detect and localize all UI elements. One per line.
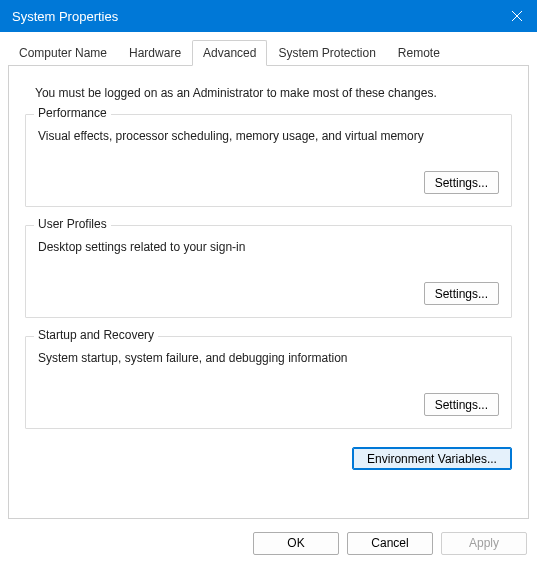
dialog-client: Computer Name Hardware Advanced System P… xyxy=(0,32,537,519)
titlebar: System Properties xyxy=(0,0,537,32)
env-row: Environment Variables... xyxy=(23,447,512,470)
group-user-profiles-desc: Desktop settings related to your sign-in xyxy=(38,240,499,254)
group-performance-buttons: Settings... xyxy=(38,171,499,194)
group-performance: Performance Visual effects, processor sc… xyxy=(25,114,512,207)
user-profiles-settings-button[interactable]: Settings... xyxy=(424,282,499,305)
group-user-profiles: User Profiles Desktop settings related t… xyxy=(25,225,512,318)
tab-remote[interactable]: Remote xyxy=(387,40,451,65)
group-performance-legend: Performance xyxy=(34,106,111,120)
apply-button[interactable]: Apply xyxy=(441,532,527,555)
window-title: System Properties xyxy=(12,9,497,24)
close-button[interactable] xyxy=(497,0,537,32)
dialog-footer: OK Cancel Apply xyxy=(0,519,537,565)
tab-advanced[interactable]: Advanced xyxy=(192,40,267,66)
cancel-button[interactable]: Cancel xyxy=(347,532,433,555)
tab-page-advanced: You must be logged on as an Administrato… xyxy=(8,65,529,519)
startup-settings-button[interactable]: Settings... xyxy=(424,393,499,416)
group-startup-legend: Startup and Recovery xyxy=(34,328,158,342)
tab-hardware[interactable]: Hardware xyxy=(118,40,192,65)
performance-settings-button[interactable]: Settings... xyxy=(424,171,499,194)
group-startup-buttons: Settings... xyxy=(38,393,499,416)
tab-computer-name[interactable]: Computer Name xyxy=(8,40,118,65)
group-user-profiles-buttons: Settings... xyxy=(38,282,499,305)
tab-system-protection[interactable]: System Protection xyxy=(267,40,386,65)
ok-button[interactable]: OK xyxy=(253,532,339,555)
environment-variables-button[interactable]: Environment Variables... xyxy=(352,447,512,470)
group-startup-recovery: Startup and Recovery System startup, sys… xyxy=(25,336,512,429)
admin-note: You must be logged on as an Administrato… xyxy=(35,86,510,100)
group-user-profiles-legend: User Profiles xyxy=(34,217,111,231)
group-performance-desc: Visual effects, processor scheduling, me… xyxy=(38,129,499,143)
close-icon xyxy=(512,11,522,21)
group-startup-desc: System startup, system failure, and debu… xyxy=(38,351,499,365)
tabstrip: Computer Name Hardware Advanced System P… xyxy=(8,40,529,65)
